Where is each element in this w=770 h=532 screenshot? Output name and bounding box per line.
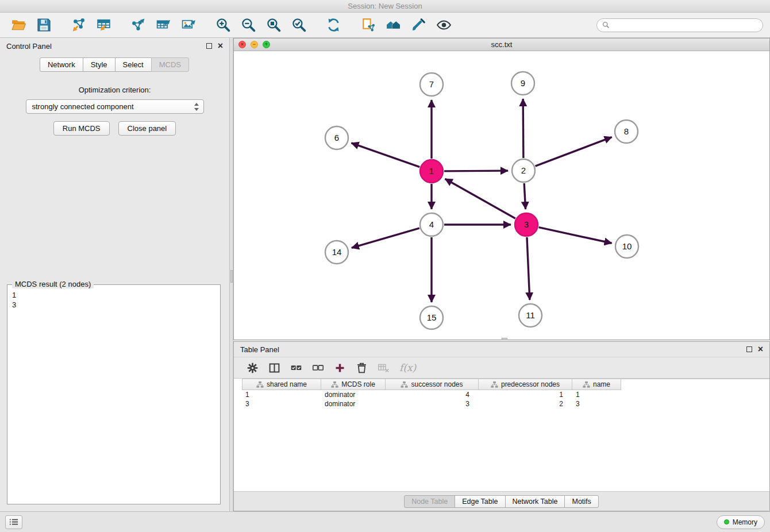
search-input[interactable]: [613, 21, 757, 29]
table-settings-button[interactable]: [247, 362, 259, 374]
column-header-shared-name[interactable]: shared name: [242, 379, 321, 390]
mcds-result-box: MCDS result (2 nodes) 13: [7, 284, 221, 504]
graph-node-15[interactable]: 15: [420, 306, 443, 329]
table-cell: 3: [386, 399, 479, 408]
tab-select[interactable]: Select: [115, 57, 152, 72]
tab-edge-table[interactable]: Edge Table: [455, 495, 505, 508]
graph-node-6[interactable]: 6: [325, 126, 348, 149]
splitter-handle[interactable]: [230, 270, 233, 283]
export-image-button[interactable]: [177, 15, 200, 36]
task-history-button[interactable]: [5, 515, 22, 529]
graph-edge-2-3[interactable]: [524, 183, 525, 209]
minimize-window-icon[interactable]: −: [251, 41, 258, 48]
tab-motifs[interactable]: Motifs: [564, 495, 598, 508]
table-cell: 2: [479, 399, 572, 408]
apply-layout-button[interactable]: [322, 15, 345, 36]
graph-node-4[interactable]: 4: [420, 213, 443, 236]
graph-node-1[interactable]: 1: [420, 160, 443, 183]
tab-node-table[interactable]: Node Table: [404, 495, 455, 508]
svg-text:4: 4: [429, 219, 434, 229]
show-columns-button[interactable]: [268, 362, 280, 374]
apply-style-button[interactable]: [407, 15, 430, 36]
graph-edge-4-14[interactable]: [352, 228, 419, 248]
column-header-name[interactable]: name: [572, 379, 621, 390]
table-cell: dominator: [321, 390, 386, 399]
column-header-successor-nodes[interactable]: successor nodes: [386, 379, 479, 390]
close-window-icon[interactable]: ×: [238, 41, 246, 48]
graph-edge-2-8[interactable]: [536, 137, 612, 167]
table-cell: dominator: [321, 399, 386, 408]
open-session-button[interactable]: [7, 15, 30, 36]
select-all-columns-button[interactable]: [290, 362, 302, 374]
zoom-in-icon: [215, 17, 231, 33]
column-header-MCDS-role[interactable]: MCDS role: [321, 379, 386, 390]
title-bar: Session: New Session: [0, 0, 770, 13]
zoom-out-button[interactable]: [237, 15, 260, 36]
graphics-details-button[interactable]: [432, 15, 455, 36]
graph-node-14[interactable]: 14: [325, 241, 348, 264]
close-panel-icon[interactable]: ×: [218, 43, 223, 49]
criterion-value: strongly connected component: [32, 102, 194, 111]
table-row[interactable]: 1dominator411: [242, 390, 769, 399]
node-table: shared nameMCDS rolesuccessor nodesprede…: [234, 379, 769, 491]
memory-button[interactable]: Memory: [717, 515, 765, 529]
network-graph[interactable]: 7968124314101511: [234, 51, 769, 340]
run-mcds-button[interactable]: Run MCDS: [53, 121, 110, 136]
svg-text:14: 14: [332, 247, 342, 257]
export-table-button[interactable]: [152, 15, 175, 36]
tab-mcds[interactable]: MCDS: [151, 57, 189, 72]
graph-edge-3-10[interactable]: [538, 228, 611, 244]
table-panel-title: Table Panel: [240, 345, 279, 354]
graph-edge-1-2[interactable]: [444, 171, 508, 171]
import-table-button[interactable]: [92, 15, 115, 36]
graph-node-8[interactable]: 8: [615, 120, 638, 143]
show-all-button[interactable]: [382, 15, 405, 36]
graph-node-10[interactable]: 10: [615, 235, 638, 258]
control-panel: Control Panel × NetworkStyleSelectMCDS O…: [0, 38, 230, 511]
maximize-window-icon[interactable]: +: [263, 41, 270, 48]
window-resize-handle[interactable]: [502, 338, 507, 340]
tab-network[interactable]: Network: [40, 57, 83, 72]
column-header-predecessor-nodes[interactable]: predecessor nodes: [479, 379, 572, 390]
list-icon: [9, 518, 18, 526]
zoom-selected-button[interactable]: [287, 15, 310, 36]
zoom-selected-icon: [291, 17, 307, 33]
create-column-button[interactable]: [334, 362, 346, 374]
graph-node-3[interactable]: 3: [515, 213, 538, 236]
graph-node-7[interactable]: 7: [420, 73, 443, 96]
close-panel-button[interactable]: Close panel: [118, 121, 176, 136]
unselect-all-columns-button[interactable]: [312, 362, 324, 374]
clone-network-button[interactable]: [356, 15, 379, 36]
window-title: Session: New Session: [348, 2, 422, 10]
criterion-dropdown[interactable]: strongly connected component: [26, 99, 204, 114]
import-network-button[interactable]: [67, 15, 90, 36]
float-panel-icon[interactable]: [206, 43, 212, 49]
zoom-fit-button[interactable]: [262, 15, 285, 36]
save-session-button[interactable]: [32, 15, 55, 36]
plus-icon: [334, 362, 346, 374]
export-network-icon: [130, 17, 146, 33]
graph-edge-3-11[interactable]: [527, 237, 530, 300]
table-row[interactable]: 3dominator323: [242, 399, 769, 408]
close-table-panel-icon[interactable]: ×: [758, 346, 763, 352]
network-window-titlebar[interactable]: × − + scc.txt: [234, 38, 769, 51]
delete-columns-button[interactable]: [356, 362, 368, 374]
table-header-row: shared nameMCDS rolesuccessor nodesprede…: [242, 379, 769, 390]
memory-label: Memory: [733, 518, 757, 526]
zoom-in-button[interactable]: [211, 15, 234, 36]
float-table-panel-icon[interactable]: [746, 346, 752, 352]
control-panel-header: Control Panel ×: [0, 38, 229, 54]
export-network-button[interactable]: [126, 15, 149, 36]
graph-node-9[interactable]: 9: [511, 72, 534, 95]
tab-style[interactable]: Style: [83, 57, 116, 72]
tab-network-table[interactable]: Network Table: [505, 495, 565, 508]
delete-table-button: [378, 362, 390, 374]
network-window: × − + scc.txt 7968124314101511: [233, 38, 770, 340]
graph-node-11[interactable]: 11: [519, 304, 542, 327]
graph-node-2[interactable]: 2: [512, 159, 535, 182]
refresh-icon: [326, 17, 341, 33]
graph-edge-2-9[interactable]: [523, 99, 523, 158]
search-field[interactable]: [596, 18, 763, 32]
graph-edge-3-1[interactable]: [445, 179, 515, 218]
graph-edge-1-6[interactable]: [351, 143, 419, 167]
